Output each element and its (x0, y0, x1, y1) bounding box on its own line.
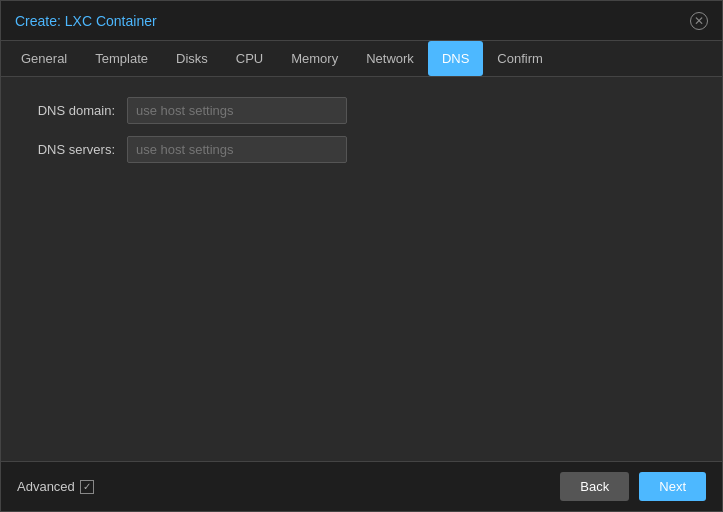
close-button[interactable]: ✕ (690, 12, 708, 30)
tab-memory[interactable]: Memory (277, 41, 352, 76)
tab-dns[interactable]: DNS (428, 41, 483, 76)
tab-general[interactable]: General (7, 41, 81, 76)
back-button[interactable]: Back (560, 472, 629, 501)
main-content: DNS domain: DNS servers: (1, 77, 722, 461)
tab-cpu[interactable]: CPU (222, 41, 277, 76)
tab-template[interactable]: Template (81, 41, 162, 76)
dns-domain-label: DNS domain: (17, 103, 127, 118)
main-window: Create: LXC Container ✕ GeneralTemplateD… (0, 0, 723, 512)
tab-confirm[interactable]: Confirm (483, 41, 557, 76)
dns-domain-row: DNS domain: (17, 97, 706, 124)
next-button[interactable]: Next (639, 472, 706, 501)
advanced-text: Advanced (17, 479, 75, 494)
dns-servers-label: DNS servers: (17, 142, 127, 157)
dns-servers-row: DNS servers: (17, 136, 706, 163)
title-bar: Create: LXC Container ✕ (1, 1, 722, 41)
dns-servers-input[interactable] (127, 136, 347, 163)
tab-disks[interactable]: Disks (162, 41, 222, 76)
window-title: Create: LXC Container (15, 13, 157, 29)
footer: Advanced ✓ Back Next (1, 461, 722, 511)
tab-bar: GeneralTemplateDisksCPUMemoryNetworkDNSC… (1, 41, 722, 77)
advanced-checkbox[interactable]: ✓ (80, 480, 94, 494)
tab-network[interactable]: Network (352, 41, 428, 76)
dns-domain-input[interactable] (127, 97, 347, 124)
advanced-section: Advanced ✓ (17, 479, 94, 494)
